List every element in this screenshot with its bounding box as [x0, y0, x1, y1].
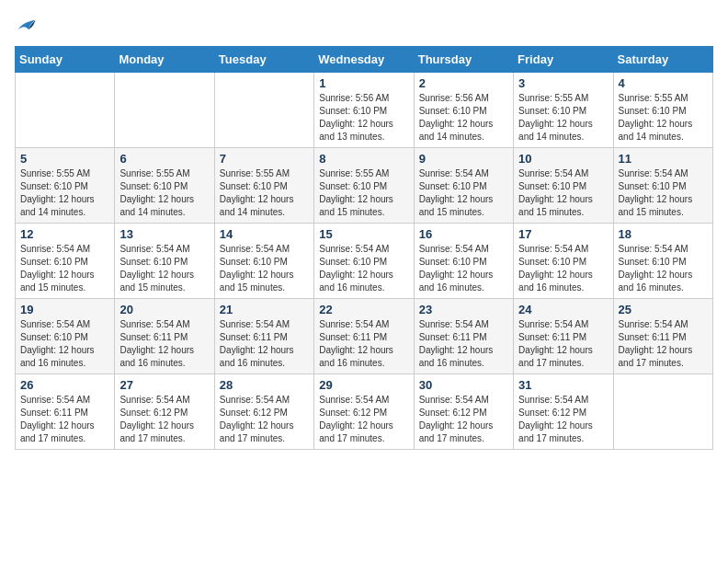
day-number: 1 — [319, 76, 408, 90]
day-number: 25 — [619, 303, 708, 316]
day-info: Sunrise: 5:54 AM Sunset: 6:11 PM Dayligh… — [619, 318, 708, 370]
calendar-cell — [16, 73, 115, 148]
day-info: Sunrise: 5:54 AM Sunset: 6:10 PM Dayligh… — [619, 243, 708, 294]
calendar-cell: 3Sunrise: 5:55 AM Sunset: 6:10 PM Daylig… — [514, 73, 613, 148]
calendar-cell: 6Sunrise: 5:55 AM Sunset: 6:10 PM Daylig… — [115, 148, 214, 224]
calendar-cell: 14Sunrise: 5:54 AM Sunset: 6:10 PM Dayli… — [214, 224, 313, 299]
logo — [15, 15, 37, 35]
calendar-cell: 1Sunrise: 5:56 AM Sunset: 6:10 PM Daylig… — [314, 73, 414, 148]
calendar-cell: 9Sunrise: 5:54 AM Sunset: 6:10 PM Daylig… — [414, 148, 513, 224]
calendar-week-4: 19Sunrise: 5:54 AM Sunset: 6:10 PM Dayli… — [16, 299, 713, 374]
calendar-cell: 10Sunrise: 5:54 AM Sunset: 6:10 PM Dayli… — [514, 148, 613, 224]
day-info: Sunrise: 5:55 AM Sunset: 6:10 PM Dayligh… — [119, 167, 209, 219]
day-number: 6 — [119, 152, 209, 166]
calendar-cell: 25Sunrise: 5:54 AM Sunset: 6:11 PM Dayli… — [613, 299, 712, 374]
calendar-cell: 13Sunrise: 5:54 AM Sunset: 6:10 PM Dayli… — [115, 224, 214, 299]
day-number: 24 — [518, 303, 608, 316]
day-number: 7 — [220, 152, 309, 166]
day-number: 17 — [518, 227, 608, 241]
day-number: 22 — [319, 303, 408, 316]
day-number: 2 — [419, 76, 508, 90]
day-info: Sunrise: 5:54 AM Sunset: 6:11 PM Dayligh… — [220, 318, 309, 370]
day-info: Sunrise: 5:55 AM Sunset: 6:10 PM Dayligh… — [220, 167, 309, 219]
day-number: 13 — [119, 227, 209, 241]
calendar-cell: 23Sunrise: 5:54 AM Sunset: 6:11 PM Dayli… — [414, 299, 513, 374]
day-number: 27 — [119, 378, 209, 392]
day-number: 10 — [518, 152, 608, 166]
day-info: Sunrise: 5:55 AM Sunset: 6:10 PM Dayligh… — [619, 92, 708, 144]
calendar-cell: 27Sunrise: 5:54 AM Sunset: 6:12 PM Dayli… — [115, 374, 214, 450]
day-info: Sunrise: 5:54 AM Sunset: 6:11 PM Dayligh… — [119, 318, 209, 370]
calendar-cell: 4Sunrise: 5:55 AM Sunset: 6:10 PM Daylig… — [613, 73, 712, 148]
day-number: 5 — [20, 152, 109, 166]
calendar-cell: 21Sunrise: 5:54 AM Sunset: 6:11 PM Dayli… — [214, 299, 313, 374]
day-number: 4 — [619, 76, 708, 90]
calendar-cell: 5Sunrise: 5:55 AM Sunset: 6:10 PM Daylig… — [16, 148, 115, 224]
day-info: Sunrise: 5:54 AM Sunset: 6:12 PM Dayligh… — [518, 394, 608, 445]
weekday-header-row: SundayMondayTuesdayWednesdayThursdayFrid… — [16, 47, 713, 73]
day-info: Sunrise: 5:55 AM Sunset: 6:10 PM Dayligh… — [518, 92, 608, 144]
calendar-cell: 20Sunrise: 5:54 AM Sunset: 6:11 PM Dayli… — [115, 299, 214, 374]
calendar-cell: 22Sunrise: 5:54 AM Sunset: 6:11 PM Dayli… — [314, 299, 414, 374]
calendar-cell: 24Sunrise: 5:54 AM Sunset: 6:11 PM Dayli… — [514, 299, 613, 374]
day-info: Sunrise: 5:55 AM Sunset: 6:10 PM Dayligh… — [319, 167, 408, 219]
day-number: 14 — [220, 227, 309, 241]
day-info: Sunrise: 5:54 AM Sunset: 6:12 PM Dayligh… — [419, 394, 508, 445]
day-number: 9 — [419, 152, 508, 166]
day-number: 26 — [20, 378, 109, 392]
day-number: 23 — [419, 303, 508, 316]
day-info: Sunrise: 5:54 AM Sunset: 6:10 PM Dayligh… — [20, 318, 109, 370]
day-number: 20 — [119, 303, 209, 316]
calendar-cell: 28Sunrise: 5:54 AM Sunset: 6:12 PM Dayli… — [214, 374, 313, 450]
calendar-cell: 18Sunrise: 5:54 AM Sunset: 6:10 PM Dayli… — [613, 224, 712, 299]
logo-bird-icon — [17, 15, 37, 35]
calendar-cell: 15Sunrise: 5:54 AM Sunset: 6:10 PM Dayli… — [314, 224, 414, 299]
calendar-cell: 8Sunrise: 5:55 AM Sunset: 6:10 PM Daylig… — [314, 148, 414, 224]
calendar-cell — [214, 73, 313, 148]
day-info: Sunrise: 5:54 AM Sunset: 6:10 PM Dayligh… — [119, 243, 209, 294]
calendar-cell: 17Sunrise: 5:54 AM Sunset: 6:10 PM Dayli… — [514, 224, 613, 299]
day-info: Sunrise: 5:54 AM Sunset: 6:10 PM Dayligh… — [518, 167, 608, 219]
calendar-cell: 29Sunrise: 5:54 AM Sunset: 6:12 PM Dayli… — [314, 374, 414, 450]
weekday-header-monday: Monday — [115, 47, 214, 73]
page-header — [15, 15, 713, 35]
calendar-cell: 7Sunrise: 5:55 AM Sunset: 6:10 PM Daylig… — [214, 148, 313, 224]
day-info: Sunrise: 5:54 AM Sunset: 6:12 PM Dayligh… — [220, 394, 309, 445]
day-number: 15 — [319, 227, 408, 241]
calendar-cell: 2Sunrise: 5:56 AM Sunset: 6:10 PM Daylig… — [414, 73, 513, 148]
weekday-header-thursday: Thursday — [414, 47, 513, 73]
day-info: Sunrise: 5:54 AM Sunset: 6:10 PM Dayligh… — [20, 243, 109, 294]
day-number: 19 — [20, 303, 109, 316]
day-info: Sunrise: 5:54 AM Sunset: 6:12 PM Dayligh… — [119, 394, 209, 445]
calendar-week-1: 1Sunrise: 5:56 AM Sunset: 6:10 PM Daylig… — [16, 73, 713, 148]
day-number: 12 — [20, 227, 109, 241]
day-number: 18 — [619, 227, 708, 241]
day-info: Sunrise: 5:54 AM Sunset: 6:10 PM Dayligh… — [518, 243, 608, 294]
calendar-week-2: 5Sunrise: 5:55 AM Sunset: 6:10 PM Daylig… — [16, 148, 713, 224]
day-number: 30 — [419, 378, 508, 392]
calendar-cell: 30Sunrise: 5:54 AM Sunset: 6:12 PM Dayli… — [414, 374, 513, 450]
calendar-cell: 31Sunrise: 5:54 AM Sunset: 6:12 PM Dayli… — [514, 374, 613, 450]
calendar-cell — [115, 73, 214, 148]
day-info: Sunrise: 5:56 AM Sunset: 6:10 PM Dayligh… — [419, 92, 508, 144]
day-number: 31 — [518, 378, 608, 392]
day-info: Sunrise: 5:54 AM Sunset: 6:10 PM Dayligh… — [419, 243, 508, 294]
day-info: Sunrise: 5:54 AM Sunset: 6:10 PM Dayligh… — [220, 243, 309, 294]
day-info: Sunrise: 5:56 AM Sunset: 6:10 PM Dayligh… — [319, 92, 408, 144]
day-number: 28 — [220, 378, 309, 392]
day-number: 16 — [419, 227, 508, 241]
day-info: Sunrise: 5:54 AM Sunset: 6:11 PM Dayligh… — [419, 318, 508, 370]
calendar-body: 1Sunrise: 5:56 AM Sunset: 6:10 PM Daylig… — [16, 73, 713, 450]
calendar-cell: 19Sunrise: 5:54 AM Sunset: 6:10 PM Dayli… — [16, 299, 115, 374]
day-info: Sunrise: 5:54 AM Sunset: 6:11 PM Dayligh… — [20, 394, 109, 445]
weekday-header-friday: Friday — [514, 47, 613, 73]
day-info: Sunrise: 5:54 AM Sunset: 6:11 PM Dayligh… — [319, 318, 408, 370]
calendar-cell — [613, 374, 712, 450]
day-info: Sunrise: 5:54 AM Sunset: 6:11 PM Dayligh… — [518, 318, 608, 370]
weekday-header-tuesday: Tuesday — [214, 47, 313, 73]
weekday-header-wednesday: Wednesday — [314, 47, 414, 73]
calendar-cell: 26Sunrise: 5:54 AM Sunset: 6:11 PM Dayli… — [16, 374, 115, 450]
calendar-cell: 11Sunrise: 5:54 AM Sunset: 6:10 PM Dayli… — [613, 148, 712, 224]
day-number: 3 — [518, 76, 608, 90]
day-info: Sunrise: 5:55 AM Sunset: 6:10 PM Dayligh… — [20, 167, 109, 219]
